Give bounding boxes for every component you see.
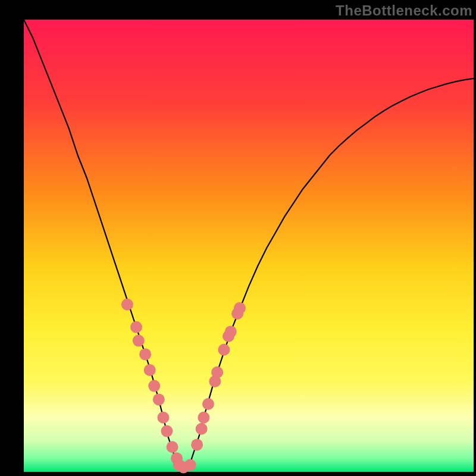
data-marker [121,299,133,311]
data-marker [211,367,223,378]
data-marker [130,321,142,333]
data-marker [198,412,209,424]
data-marker [161,425,173,437]
chart-container: TheBottleneck.com [0,0,476,476]
data-marker [167,441,178,453]
data-marker [133,335,145,347]
data-marker [234,302,246,314]
data-marker [184,459,196,471]
bottleneck-chart [0,0,476,476]
data-marker [157,412,169,424]
data-marker [191,439,203,450]
data-marker [148,380,160,392]
data-marker [144,364,156,376]
data-marker [225,325,237,337]
data-marker [139,348,151,360]
data-marker [196,423,208,435]
plot-gradient-background [24,20,474,472]
data-marker [153,393,165,405]
data-marker [218,344,230,356]
data-marker [202,398,214,410]
